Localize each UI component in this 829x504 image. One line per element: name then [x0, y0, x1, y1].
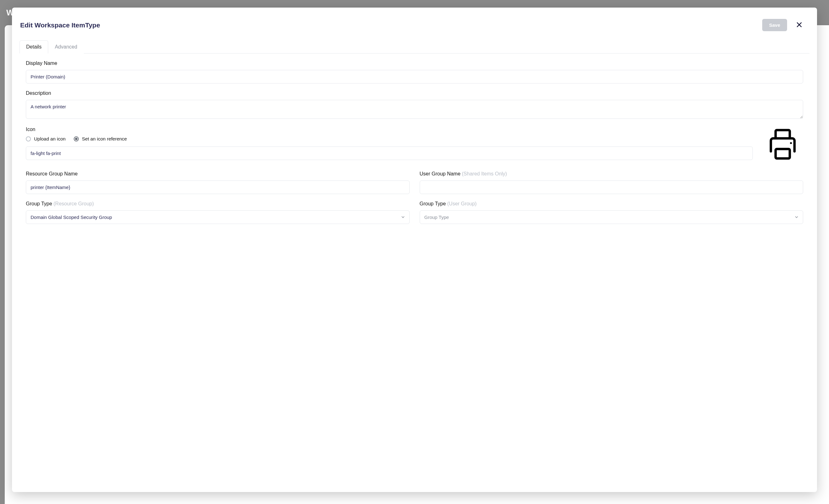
user-group-type-label: Group Type (User Group): [420, 201, 803, 207]
display-name-input[interactable]: [26, 70, 803, 83]
field-resource-group-type: Group Type (Resource Group) Domain Globa…: [26, 201, 409, 224]
resource-group-type-label: Group Type (Resource Group): [26, 201, 409, 207]
user-group-name-input[interactable]: [420, 180, 803, 194]
group-type-row: Group Type (Resource Group) Domain Globa…: [26, 201, 803, 224]
resource-group-type-select[interactable]: Domain Global Scoped Security Group: [26, 210, 409, 224]
field-icon: Icon Upload an icon Set an icon referenc…: [26, 127, 803, 164]
close-icon: [797, 24, 802, 28]
resource-group-type-value: Domain Global Scoped Security Group: [31, 215, 112, 220]
tab-details[interactable]: Details: [20, 40, 48, 53]
icon-preview: [762, 125, 803, 164]
radio-icon-reference[interactable]: Set an icon reference: [74, 136, 127, 141]
printer-icon: [764, 125, 802, 164]
radio-icon: [74, 136, 79, 141]
radio-icon: [26, 136, 31, 141]
icon-radio-group: Upload an icon Set an icon reference: [26, 136, 753, 141]
resource-group-name-input[interactable]: [26, 180, 409, 194]
chevron-down-icon: [401, 215, 405, 220]
form-body: Display Name Description A network print…: [20, 53, 809, 484]
radio-reference-label: Set an icon reference: [82, 136, 127, 141]
description-label: Description: [26, 91, 803, 96]
edit-itemtype-modal: Edit Workspace ItemType Save Details Adv…: [12, 7, 817, 492]
icon-label: Icon: [26, 127, 803, 132]
description-input[interactable]: A network printer: [26, 100, 803, 119]
tab-advanced[interactable]: Advanced: [48, 40, 84, 53]
user-group-name-label: User Group Name (Shared Items Only): [420, 171, 803, 177]
chevron-down-icon: [795, 215, 798, 220]
svg-rect-2: [776, 149, 790, 158]
radio-upload-icon[interactable]: Upload an icon: [26, 136, 66, 141]
radio-upload-label: Upload an icon: [34, 136, 66, 141]
close-button[interactable]: [795, 20, 804, 30]
resource-group-name-label: Resource Group Name: [26, 171, 409, 177]
display-name-label: Display Name: [26, 61, 803, 66]
save-button[interactable]: Save: [762, 19, 787, 31]
modal-title: Edit Workspace ItemType: [20, 22, 762, 29]
field-user-group-name: User Group Name (Shared Items Only): [420, 171, 803, 194]
field-description: Description A network printer: [26, 91, 803, 120]
user-group-type-select[interactable]: Group Type: [420, 210, 803, 224]
field-user-group-type: Group Type (User Group) Group Type: [420, 201, 803, 224]
user-group-type-placeholder: Group Type: [425, 215, 449, 220]
tabs: Details Advanced: [20, 40, 809, 53]
svg-point-3: [790, 142, 792, 144]
field-resource-group-name: Resource Group Name: [26, 171, 409, 194]
modal-header: Edit Workspace ItemType Save: [20, 17, 809, 40]
group-name-row: Resource Group Name User Group Name (Sha…: [26, 171, 803, 194]
field-display-name: Display Name: [26, 61, 803, 83]
icon-reference-input[interactable]: [26, 146, 753, 160]
